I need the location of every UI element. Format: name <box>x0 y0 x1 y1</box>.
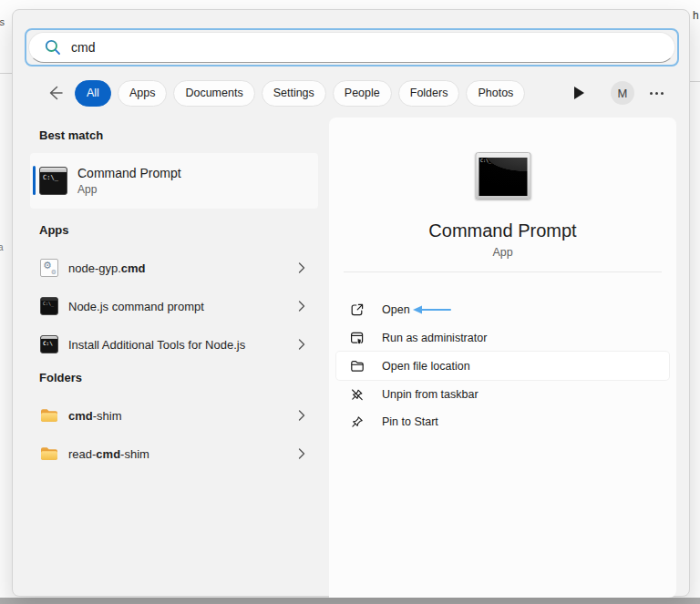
chevron-right-icon <box>298 339 305 350</box>
command-prompt-app-icon: C:\_ <box>475 152 530 200</box>
folder-icon <box>40 446 58 461</box>
batch-file-icon: ⚙⚙ <box>40 259 58 277</box>
tab-people[interactable]: People <box>333 80 392 107</box>
preview-app-title: Command Prompt <box>329 220 676 241</box>
tab-folders[interactable]: Folders <box>398 80 460 107</box>
tab-documents[interactable]: Documents <box>173 80 254 107</box>
back-arrow-icon[interactable] <box>45 83 65 103</box>
result-title: Command Prompt <box>77 166 181 180</box>
result-folder-cmd-shim[interactable]: cmd-shim <box>30 396 318 435</box>
user-avatar[interactable]: M <box>611 81 634 105</box>
result-nodejs-command-prompt[interactable]: C:\_ Node.js command prompt <box>30 287 318 325</box>
search-flyout-window: All Apps Documents Settings People Folde… <box>12 9 690 597</box>
terminal-icon: C:\ <box>40 335 58 353</box>
tab-apps[interactable]: Apps <box>118 80 168 107</box>
chevron-right-icon <box>298 448 305 459</box>
action-pin-to-start[interactable]: Pin to Start <box>336 407 669 435</box>
search-box[interactable] <box>28 32 675 63</box>
action-unpin-from-taskbar[interactable]: Unpin from taskbar <box>336 380 669 408</box>
more-options-icon[interactable] <box>650 92 664 95</box>
section-header-apps: Apps <box>39 223 69 237</box>
action-label: Pin to Start <box>382 415 438 428</box>
terminal-icon: C:\_ <box>40 297 58 315</box>
play-icon[interactable] <box>574 87 584 99</box>
result-subtitle: App <box>77 183 181 196</box>
result-folder-read-cmd-shim[interactable]: read-cmd-shim <box>30 435 318 473</box>
folder-icon <box>40 408 58 423</box>
open-external-icon <box>350 302 365 317</box>
desktop-edge-line <box>0 73 12 74</box>
preview-panel: C:\_ Command Prompt App Open Run as admi… <box>329 118 676 598</box>
tab-settings[interactable]: Settings <box>262 80 326 107</box>
filter-bar: All Apps Documents Settings People Folde… <box>13 79 691 107</box>
terminal-icon: C:\_ <box>39 167 67 195</box>
action-open[interactable]: Open <box>336 295 669 323</box>
chevron-right-icon <box>298 410 305 421</box>
desktop-text-fragment: a <box>0 242 4 252</box>
section-header-best-match: Best match <box>39 128 103 142</box>
result-install-additional-tools[interactable]: C:\ Install Additional Tools for Node.js <box>30 325 318 363</box>
search-icon <box>44 38 62 56</box>
search-box-focus-ring <box>25 28 679 67</box>
desktop-edge-line <box>690 81 700 82</box>
action-run-as-administrator[interactable]: Run as administrator <box>336 323 669 352</box>
action-label: Open <box>382 303 410 316</box>
divider <box>344 271 662 272</box>
pin-icon <box>350 415 365 429</box>
tab-photos[interactable]: Photos <box>466 80 525 107</box>
action-label: Run as administrator <box>382 332 487 344</box>
desktop-bottom-strip <box>0 598 700 604</box>
action-open-file-location[interactable]: Open file location <box>336 352 669 380</box>
chevron-right-icon <box>298 301 305 312</box>
chevron-right-icon <box>298 262 305 273</box>
folder-outline-icon <box>350 359 365 374</box>
result-node-gyp-cmd[interactable]: ⚙⚙ node-gyp.cmd <box>30 249 318 287</box>
preview-app-subtitle: App <box>329 246 676 259</box>
desktop-text-fragment: h <box>693 9 699 22</box>
action-label: Unpin from taskbar <box>382 388 479 401</box>
best-match-result-command-prompt[interactable]: C:\_ Command Prompt App <box>30 153 318 209</box>
section-header-folders: Folders <box>39 371 82 384</box>
admin-window-shield-icon <box>350 331 365 345</box>
screen: is a h <box>0 0 700 604</box>
desktop-text-fragment: is <box>0 16 5 27</box>
tab-all[interactable]: All <box>75 80 111 107</box>
unpin-icon <box>350 387 365 402</box>
selection-accent-bar <box>33 166 36 195</box>
search-input[interactable] <box>71 40 618 55</box>
action-label: Open file location <box>382 360 470 373</box>
